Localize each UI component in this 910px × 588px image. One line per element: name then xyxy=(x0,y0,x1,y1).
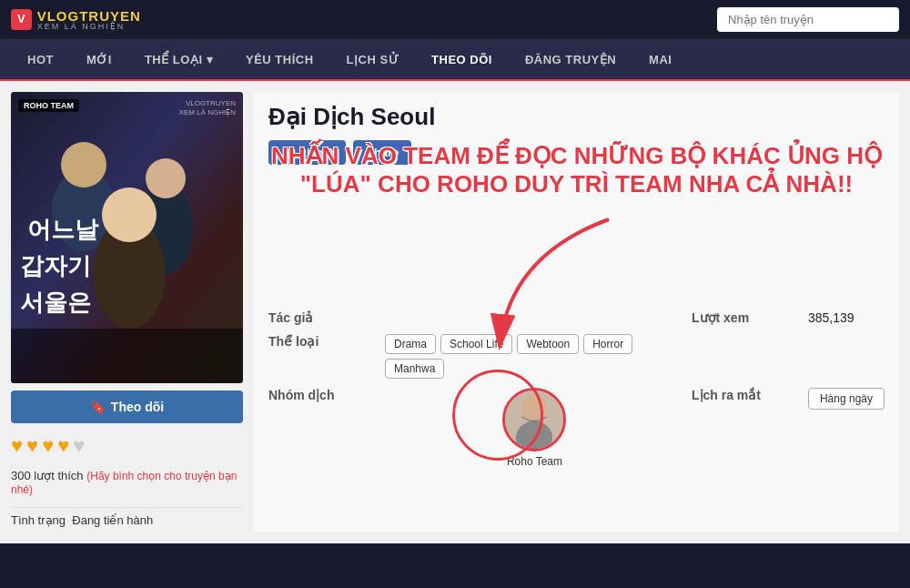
main-content: ROHO TEAM VLOGTRUYEN XEM LÀ NGHIỆN xyxy=(0,81,910,543)
heart-5[interactable]: ♥ xyxy=(73,434,85,458)
action-buttons: 👍 Like 0 Share xyxy=(268,140,885,165)
manga-title: Đại Dịch Seoul xyxy=(268,103,885,131)
share-button[interactable]: Share xyxy=(353,140,411,165)
status-row: Tình trạng Đang tiến hành xyxy=(11,507,243,532)
nav-item-dangtruyen[interactable]: ĐĂNG TRUYỆN xyxy=(509,40,632,79)
nav-item-lichsu[interactable]: LỊCH SỬ xyxy=(330,40,416,79)
author-label: Tác giả xyxy=(268,310,378,325)
svg-point-6 xyxy=(102,188,157,242)
genre-tags: Drama School Life Webtoon Horror Manhwa xyxy=(385,334,684,379)
nav-item-theodoi[interactable]: THEO DÕI xyxy=(415,40,509,79)
cover-image: ROHO TEAM VLOGTRUYEN XEM LÀ NGHIỆN xyxy=(11,92,243,383)
rating-info: 300 lượt thích (Hãy bình chọn cho truyện… xyxy=(11,469,243,496)
release-badge: Hàng ngày xyxy=(808,388,885,410)
logo-main: VLOGTRUYEN xyxy=(37,9,141,23)
heart-4[interactable]: ♥ xyxy=(57,434,69,458)
nav-item-theloai[interactable]: THỂ LOẠI ▾ xyxy=(128,40,229,79)
hearts-rating: ♥ ♥ ♥ ♥ ♥ xyxy=(11,431,243,461)
svg-text:어느날: 어느날 xyxy=(27,216,99,243)
svg-text:서울은: 서울은 xyxy=(20,289,91,316)
chevron-down-icon: ▾ xyxy=(207,53,214,66)
thumbs-up-icon: 👍 xyxy=(281,146,296,159)
follow-button[interactable]: 🔖 Theo dõi xyxy=(11,390,243,423)
views-value: 385,139 xyxy=(808,310,885,325)
search-input[interactable] xyxy=(717,7,899,32)
release-label: Lịch ra mắt xyxy=(692,388,801,402)
nav-item-hot[interactable]: HOT xyxy=(11,40,70,79)
like-button[interactable]: 👍 Like 0 xyxy=(268,140,346,165)
nav-item-mai[interactable]: MAI xyxy=(632,40,688,79)
left-panel: ROHO TEAM VLOGTRUYEN XEM LÀ NGHIỆN xyxy=(11,92,243,532)
nav-item-yeuthich[interactable]: YÊU THÍCH xyxy=(229,40,330,79)
tag-school[interactable]: School Life xyxy=(440,334,512,354)
cover-badge: ROHO TEAM xyxy=(18,99,79,112)
svg-point-2 xyxy=(61,142,106,188)
cover-watermark: VLOGTRUYEN XEM LÀ NGHIỆN xyxy=(179,99,236,117)
heart-2[interactable]: ♥ xyxy=(26,434,38,458)
nav: HOT MỚI THỂ LOẠI ▾ YÊU THÍCH LỊCH SỬ THE… xyxy=(0,40,910,81)
tag-drama[interactable]: Drama xyxy=(385,334,436,354)
svg-point-4 xyxy=(146,158,186,198)
tag-manhwa[interactable]: Manhwa xyxy=(385,359,444,379)
translator-avatar xyxy=(502,388,566,451)
logo-sub: XEM LÀ NGHIỆN xyxy=(37,23,141,31)
logo-text: VLOGTRUYEN XEM LÀ NGHIỆN xyxy=(37,9,141,31)
tag-webtoon[interactable]: Webtoon xyxy=(517,334,579,354)
translator-group[interactable]: Roho Team xyxy=(385,388,684,468)
tag-horror[interactable]: Horror xyxy=(583,334,632,354)
svg-text:갑자기: 갑자기 xyxy=(20,252,91,279)
header: V VLOGTRUYEN XEM LÀ NGHIỆN xyxy=(0,0,910,40)
heart-1[interactable]: ♥ xyxy=(11,434,23,458)
heart-3[interactable]: ♥ xyxy=(42,434,54,458)
nav-item-moi[interactable]: MỚI xyxy=(70,40,128,79)
info-table: Tác giả Lượt xem 385,139 Thể loại Drama … xyxy=(268,310,885,468)
bookmark-icon: 🔖 xyxy=(90,400,106,414)
genre-label: Thể loại xyxy=(268,334,378,349)
logo[interactable]: V VLOGTRUYEN XEM LÀ NGHIỆN xyxy=(11,9,141,31)
logo-badge: V xyxy=(11,9,32,29)
right-panel: Đại Dịch Seoul 👍 Like 0 Share NHẤN VÀO T… xyxy=(254,92,899,532)
svg-rect-10 xyxy=(11,329,243,383)
views-label: Lượt xem xyxy=(692,310,801,325)
group-label: Nhóm dịch xyxy=(268,388,378,402)
translator-name: Roho Team xyxy=(507,455,562,468)
